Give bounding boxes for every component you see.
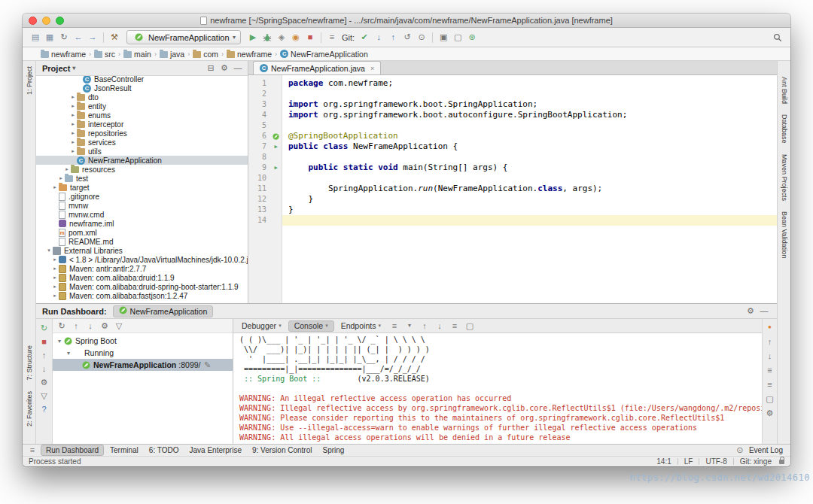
sync-icon[interactable]: ↻ — [57, 32, 71, 44]
grid-icon[interactable]: ≡ — [325, 32, 339, 44]
tree-arrow-icon[interactable]: ▸ — [69, 121, 77, 127]
tree-row[interactable]: ▸dto — [36, 93, 248, 102]
save-icon[interactable]: ▦ — [43, 32, 56, 44]
tree-arrow-icon[interactable]: ▾ — [45, 247, 53, 254]
tool-window-button[interactable]: Run Dashboard — [41, 445, 104, 456]
down-icon[interactable]: ↓ — [763, 350, 777, 362]
project-view-selector[interactable]: Project ▾ — [39, 64, 75, 73]
tree-row[interactable]: ▸Maven: com.alibaba:druid:1.1.9 — [36, 273, 248, 282]
tree-row[interactable]: ▸target — [36, 183, 248, 192]
tree-row[interactable]: ▸Maven: com.alibaba:fastjson:1.2.47 — [36, 291, 248, 300]
tree-arrow-icon[interactable]: ▸ — [51, 275, 59, 281]
status-widget[interactable]: 14:1 — [656, 457, 671, 466]
status-widget[interactable]: UTF-8 — [705, 457, 726, 466]
forward-icon[interactable]: → — [86, 32, 99, 44]
run-tree-row[interactable]: ▾Spring Boot — [53, 335, 233, 347]
down-icon[interactable]: ↓ — [38, 363, 51, 375]
tree-row[interactable]: CBaseController — [36, 76, 248, 83]
down-icon[interactable]: ↓ — [84, 320, 97, 332]
git-revert-icon[interactable]: ↺ — [400, 32, 414, 44]
tree-row[interactable]: CNewFrameApplication — [36, 156, 248, 165]
run-icon[interactable]: ▶ — [246, 32, 260, 44]
tool-window-switcher-icon[interactable]: ≡ — [26, 445, 39, 457]
tree-row[interactable]: CJsonResult — [36, 83, 248, 93]
debug-icon[interactable] — [260, 32, 274, 44]
tree-row[interactable]: ▸repositories — [36, 129, 248, 138]
console-tab-console[interactable]: Console▾ — [288, 320, 334, 332]
stop-icon[interactable]: ■ — [303, 32, 317, 44]
filter-icon[interactable]: ▽ — [112, 320, 126, 332]
code-editor[interactable]: 1package com.newframe;23import org.sprin… — [248, 75, 777, 303]
status-widget[interactable]: LF — [684, 457, 693, 466]
list-icon[interactable]: ≡ — [388, 320, 401, 332]
caret-down-icon[interactable]: ▾ — [403, 320, 416, 332]
tool-window-button[interactable]: 6: TODO — [145, 445, 184, 455]
search-icon[interactable] — [771, 32, 784, 44]
list-icon[interactable]: ≡ — [763, 364, 777, 376]
open-icon[interactable]: ▤ — [29, 32, 42, 44]
notify-icon[interactable]: ● — [763, 321, 777, 333]
rerun-icon[interactable]: ↻ — [38, 322, 51, 334]
tree-arrow-icon[interactable]: ▸ — [69, 139, 77, 145]
hide-icon[interactable]: — — [757, 305, 771, 317]
up-icon[interactable]: ↑ — [763, 335, 777, 348]
breadcrumb-item[interactable]: CNewFrameApplication — [280, 50, 368, 59]
git-up-icon[interactable]: ↑ — [386, 32, 400, 44]
window-icon[interactable]: ▢ — [763, 393, 777, 405]
tree-row[interactable]: ▸enums — [36, 111, 248, 120]
run-configuration-combo[interactable]: NewFrameApplication▾ — [126, 30, 241, 44]
window-icon[interactable]: ▢ — [451, 32, 464, 44]
pin-icon[interactable]: ▣ — [437, 32, 450, 44]
git-history-icon[interactable]: ⊙ — [415, 32, 428, 44]
tool-button-structure[interactable]: 7: Structure — [26, 340, 33, 386]
hide-icon[interactable]: — — [231, 62, 245, 74]
tool-window-button[interactable]: Java Enterprise — [185, 445, 246, 455]
coverage-icon[interactable]: ◈ — [275, 32, 288, 44]
tree-row[interactable]: mvnw — [36, 201, 248, 210]
tree-arrow-icon[interactable]: ▸ — [51, 257, 59, 263]
tool-button-project[interactable]: 1: Project — [26, 61, 33, 100]
up-icon[interactable]: ↑ — [38, 349, 51, 361]
event-log-button[interactable]: ⊙Event Log — [729, 444, 787, 457]
sync-icon[interactable]: ↻ — [55, 320, 69, 332]
up-icon[interactable]: ↑ — [418, 320, 431, 332]
tree-arrow-icon[interactable]: ▸ — [51, 293, 59, 299]
tree-arrow-icon[interactable]: ▸ — [63, 166, 71, 172]
back-icon[interactable]: ← — [72, 32, 85, 44]
tree-row[interactable]: newframe.iml — [36, 219, 248, 228]
run-tree-row[interactable]: NewFrameApplication:8099/✎ — [53, 359, 233, 371]
tree-row[interactable]: ▸Maven: antlr:antlr:2.7.7 — [36, 264, 248, 273]
breadcrumb-item[interactable]: src — [94, 50, 115, 59]
git-down-icon[interactable]: ↓ — [372, 32, 385, 44]
tool-button-maven-projects[interactable]: Maven Projects — [781, 149, 788, 206]
tree-arrow-icon[interactable]: ▸ — [51, 284, 59, 290]
tree-row[interactable]: mvnw.cmd — [36, 210, 248, 219]
lock-icon[interactable] — [779, 460, 784, 464]
gear-icon[interactable]: ⚙ — [218, 62, 231, 74]
editor-tab[interactable]: C NewFrameApplication.java × — [253, 61, 381, 74]
gear-icon[interactable]: ⚙ — [98, 320, 111, 332]
breadcrumb-item[interactable]: newframe — [41, 50, 86, 59]
tree-arrow-icon[interactable]: ▸ — [69, 103, 77, 109]
tree-arrow-icon[interactable]: ▸ — [69, 130, 77, 136]
tree-arrow-icon[interactable]: ▾ — [65, 350, 72, 357]
collapse-icon[interactable]: ⊟ — [204, 62, 218, 74]
tool-window-button[interactable]: Terminal — [105, 445, 143, 455]
breadcrumb-item[interactable]: newframe — [227, 50, 272, 59]
tree-row[interactable]: ▸services — [36, 138, 248, 147]
console-tab-endpoints[interactable]: Endpoints▾ — [336, 320, 386, 332]
console-output[interactable]: ( ( )\___ | '_ | '_| | '_ \/ _` | \ \ \ … — [233, 333, 762, 444]
breadcrumb-item[interactable]: com — [193, 50, 218, 59]
tree-row[interactable]: ▸utils — [36, 147, 248, 156]
tree-row[interactable]: README.md — [36, 237, 248, 246]
breadcrumb-item[interactable]: java — [160, 50, 184, 59]
ok-icon[interactable]: ⊛ — [465, 32, 479, 44]
tree-arrow-icon[interactable]: ▸ — [69, 148, 77, 154]
tree-arrow-icon[interactable]: ▸ — [69, 112, 77, 118]
tool-button-database[interactable]: Database — [781, 109, 788, 149]
tree-row[interactable]: .gitignore — [36, 192, 248, 201]
tree-arrow-icon[interactable]: ▾ — [56, 338, 63, 345]
tree-row[interactable]: ▸entity — [36, 102, 248, 111]
tool-button-bean-validation[interactable]: Bean Validation — [781, 206, 788, 263]
tree-row[interactable]: mpom.xml — [36, 228, 248, 237]
